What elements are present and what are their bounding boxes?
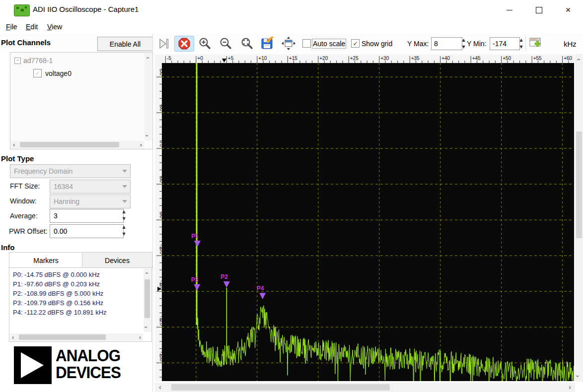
spin-down-icon[interactable]: ▼ (121, 216, 127, 221)
scroll-left-icon[interactable]: ‹ (12, 334, 14, 340)
y-max-label: Y Max: (407, 40, 429, 48)
scroll-right-icon[interactable]: › (140, 141, 142, 148)
close-button[interactable]: × (554, 0, 582, 20)
tree-expander-icon[interactable]: − (14, 58, 21, 64)
zoom-out-icon[interactable] (219, 37, 233, 51)
tree-hscroll-thumb[interactable] (20, 142, 119, 147)
marker-readout-p1: P1: -97.60 dBFS @ 0.203 kHz (13, 280, 100, 288)
spin-up-icon[interactable]: ▲ (518, 38, 524, 43)
svg-text:+45: +45 (472, 56, 481, 61)
average-input[interactable]: 3 (50, 209, 124, 223)
pwr-offset-spinner[interactable]: ▲▼ (121, 225, 127, 237)
pan-view-icon[interactable] (282, 37, 295, 51)
markers-hscrollbar[interactable]: ‹ › (10, 333, 143, 341)
scroll-up-icon[interactable]: › (575, 59, 582, 61)
plot-vscroll-thumb[interactable] (576, 131, 582, 238)
save-plot-icon[interactable] (261, 37, 275, 51)
menu-edit[interactable]: Edit (24, 22, 40, 32)
voltage0-checkbox[interactable]: ✓ (33, 69, 42, 77)
markers-vscroll-thumb[interactable] (145, 279, 150, 318)
tree-device-label[interactable]: ad7768-1 (23, 57, 53, 65)
svg-text:+40: +40 (441, 56, 450, 61)
minimize-button[interactable] (496, 0, 523, 20)
y-min-input[interactable]: -174 (490, 37, 520, 50)
y-min-label: Y Min: (467, 40, 486, 48)
plot-type-combo[interactable]: Frequency Domain (10, 164, 131, 178)
show-grid-checkbox[interactable]: ✓ (351, 39, 360, 48)
tab-devices[interactable]: Devices (82, 252, 152, 268)
scroll-left-icon[interactable]: ‹ (13, 141, 15, 148)
markers-hscroll-thumb[interactable] (19, 334, 106, 340)
svg-text:+15: +15 (289, 56, 297, 61)
new-plot-window-icon[interactable] (528, 36, 543, 50)
close-icon: × (566, 5, 571, 14)
plot-hscrollbar[interactable]: ‹ › (155, 383, 575, 392)
show-grid-label: Show grid (362, 40, 392, 48)
menu-view[interactable]: View (45, 22, 64, 32)
enable-all-button[interactable]: Enable All (97, 37, 153, 51)
spin-down-icon[interactable]: ▼ (460, 45, 467, 50)
scroll-down-icon[interactable]: › (144, 134, 150, 136)
scroll-right-icon[interactable]: › (569, 384, 571, 391)
zoom-in-icon[interactable] (198, 37, 212, 51)
stop-capture-button[interactable] (174, 36, 194, 52)
markers-list-panel: P0: -14.75 dBFS @ 0.000 kHz P1: -97.60 d… (9, 267, 152, 342)
spin-up-icon[interactable]: ▲ (121, 209, 127, 214)
fft-size-combo[interactable]: 16384 (50, 180, 131, 194)
maximize-button[interactable] (525, 0, 553, 20)
pwr-offset-input[interactable]: 0.00 (50, 224, 124, 238)
fft-size-label: FFT Size: (10, 182, 40, 190)
scroll-down-icon[interactable]: › (143, 326, 149, 328)
adi-logo-mark (14, 346, 52, 384)
spin-down-icon[interactable]: ▼ (518, 45, 524, 50)
chevron-down-icon (122, 170, 127, 173)
plot-vscrollbar[interactable]: › › (575, 54, 583, 382)
window-combo[interactable]: Hanning (50, 195, 131, 208)
auto-scale-label[interactable]: Auto scale (313, 40, 345, 48)
adi-logo-line2: DEVICES (56, 364, 121, 381)
step-forward-icon[interactable] (157, 37, 171, 51)
auto-scale-checkbox[interactable] (302, 39, 311, 48)
app-icon (14, 4, 30, 16)
channel-tree-panel: − ad7768-1 ✓ voltage0 › › ‹ › (10, 52, 153, 149)
y-max-spinner[interactable]: ▲▼ (460, 38, 467, 50)
adi-triangle-icon (14, 346, 52, 384)
fft-plot[interactable]: P1P2P3P4 (162, 63, 574, 381)
markers-vscrollbar[interactable]: › › (144, 268, 151, 332)
voltage0-label[interactable]: voltage0 (45, 69, 72, 77)
minimize-icon (507, 10, 512, 10)
y-axis-ruler: -50-60-70-80-90-100-110-120-130 (155, 63, 162, 381)
plot-hscroll-thumb[interactable] (171, 384, 390, 391)
marker-readout-p4: P4: -112.22 dBFS @ 10.891 kHz (13, 309, 107, 316)
average-label: Average: (10, 212, 38, 220)
svg-text:-5: -5 (167, 56, 171, 61)
titlebar: ADI IIO Oscilloscope - Capture1 × (0, 0, 583, 20)
chevron-down-icon (122, 185, 127, 188)
scroll-left-icon[interactable]: ‹ (159, 384, 161, 391)
spin-up-icon[interactable]: ▲ (460, 38, 467, 43)
spin-down-icon[interactable]: ▼ (121, 232, 127, 237)
tree-vscrollbar[interactable]: › › (145, 53, 152, 140)
x-axis-ruler: -5+0+5+10+15+20+25+30+35+40+45+50+55+60 (155, 54, 574, 63)
scroll-up-icon[interactable]: › (144, 57, 150, 59)
toolbar-separator (525, 36, 526, 51)
voltage0-checkmark: ✓ (35, 70, 40, 76)
axis-unit-label: kHz (564, 40, 577, 48)
scroll-up-icon[interactable]: › (143, 272, 149, 274)
average-spinner[interactable]: ▲▼ (121, 209, 127, 221)
y-max-input[interactable]: 8 (431, 37, 462, 50)
svg-text:+10: +10 (258, 56, 267, 61)
window-title: ADI IIO Oscilloscope - Capture1 (33, 5, 139, 13)
marker-readout-p0: P0: -14.75 dBFS @ 0.000 kHz (13, 271, 100, 278)
tree-hscrollbar[interactable]: ‹ › (11, 141, 144, 148)
spin-up-icon[interactable]: ▲ (121, 225, 127, 230)
y-min-spinner[interactable]: ▲▼ (518, 38, 524, 50)
svg-text:+0: +0 (197, 56, 203, 61)
window-label: Window: (10, 197, 37, 205)
menu-file[interactable]: File (4, 22, 19, 32)
scroll-right-icon[interactable]: › (139, 334, 141, 340)
svg-text:+60: +60 (564, 56, 572, 61)
scroll-down-icon[interactable]: › (575, 375, 582, 378)
tab-markers[interactable]: Markers (9, 252, 83, 268)
zoom-fit-icon[interactable] (240, 37, 254, 51)
